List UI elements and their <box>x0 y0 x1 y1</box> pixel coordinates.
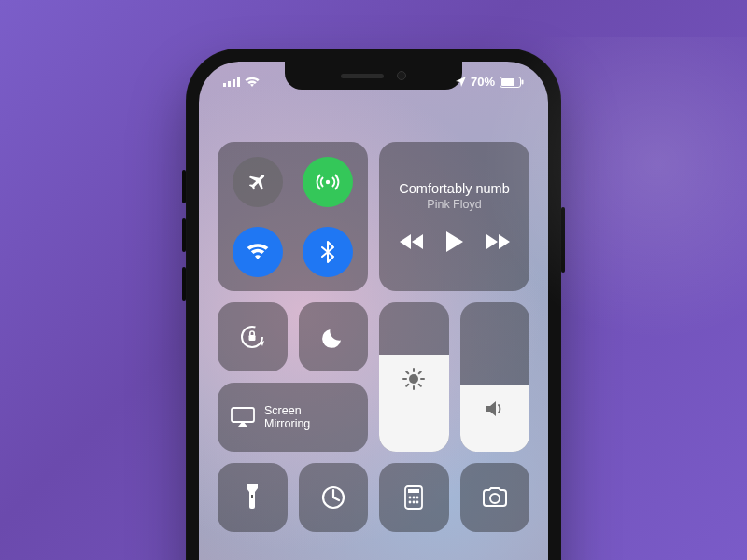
cellular-toggle[interactable] <box>303 157 353 207</box>
timer-icon <box>321 485 345 510</box>
phone-frame: 70% <box>186 49 561 560</box>
svg-point-27 <box>409 501 412 504</box>
svg-rect-19 <box>232 408 254 422</box>
calculator-icon <box>404 485 423 510</box>
calculator-button[interactable] <box>379 463 449 532</box>
bluetooth-toggle[interactable] <box>303 227 353 277</box>
wifi-status-icon <box>245 77 260 88</box>
wifi-icon <box>247 243 269 261</box>
svg-point-25 <box>413 497 416 499</box>
svg-line-18 <box>419 371 421 373</box>
airplane-icon <box>247 171 269 193</box>
track-title: Comfortably numb <box>399 181 509 196</box>
rotation-lock-toggle[interactable] <box>218 302 288 371</box>
airplay-icon <box>231 407 255 427</box>
svg-point-29 <box>416 501 419 504</box>
svg-rect-0 <box>223 83 226 87</box>
camera-button[interactable] <box>460 463 530 532</box>
svg-rect-3 <box>237 77 240 87</box>
svg-rect-5 <box>501 78 514 86</box>
svg-rect-6 <box>522 79 524 84</box>
location-icon <box>456 77 466 87</box>
bluetooth-icon <box>321 241 334 263</box>
svg-rect-2 <box>233 79 235 87</box>
camera-icon <box>482 487 508 508</box>
flashlight-icon <box>245 484 260 511</box>
svg-rect-20 <box>251 495 253 498</box>
svg-point-24 <box>409 497 412 499</box>
screen-mirroring-button[interactable]: Screen Mirroring <box>218 383 368 452</box>
svg-point-10 <box>409 374 418 384</box>
svg-point-7 <box>326 179 330 183</box>
svg-point-28 <box>413 501 416 504</box>
svg-point-30 <box>490 494 500 503</box>
speaker-icon <box>484 398 506 420</box>
play-icon[interactable] <box>446 231 463 252</box>
timer-button[interactable] <box>299 463 369 532</box>
connectivity-tile[interactable] <box>218 142 368 291</box>
battery-text: 70% <box>471 75 495 89</box>
brightness-slider[interactable] <box>379 302 449 452</box>
flashlight-button[interactable] <box>218 463 288 532</box>
control-center: Comfortably numb Pink Floyd <box>218 142 529 532</box>
do-not-disturb-toggle[interactable] <box>299 302 369 371</box>
sun-icon <box>402 368 425 390</box>
track-artist: Pink Floyd <box>427 198 481 211</box>
music-tile[interactable]: Comfortably numb Pink Floyd <box>379 142 529 291</box>
svg-rect-9 <box>249 335 256 341</box>
moon-icon <box>322 326 345 348</box>
screen: 70% <box>199 62 548 560</box>
svg-line-15 <box>406 371 408 373</box>
svg-line-17 <box>406 385 408 386</box>
airplane-toggle[interactable] <box>233 157 283 207</box>
volume-slider[interactable] <box>460 302 530 452</box>
svg-line-16 <box>419 385 421 386</box>
lock-rotation-icon <box>238 323 266 351</box>
mirroring-label: Screen Mirroring <box>264 404 310 431</box>
forward-icon[interactable] <box>486 234 510 249</box>
wifi-toggle[interactable] <box>233 227 283 277</box>
svg-point-26 <box>416 497 419 499</box>
svg-rect-1 <box>228 81 231 87</box>
cellular-icon <box>316 170 340 194</box>
status-bar: 70% <box>199 75 548 89</box>
svg-rect-23 <box>408 489 419 493</box>
battery-icon <box>500 77 524 88</box>
signal-icon <box>223 77 240 87</box>
rewind-icon[interactable] <box>400 234 424 249</box>
